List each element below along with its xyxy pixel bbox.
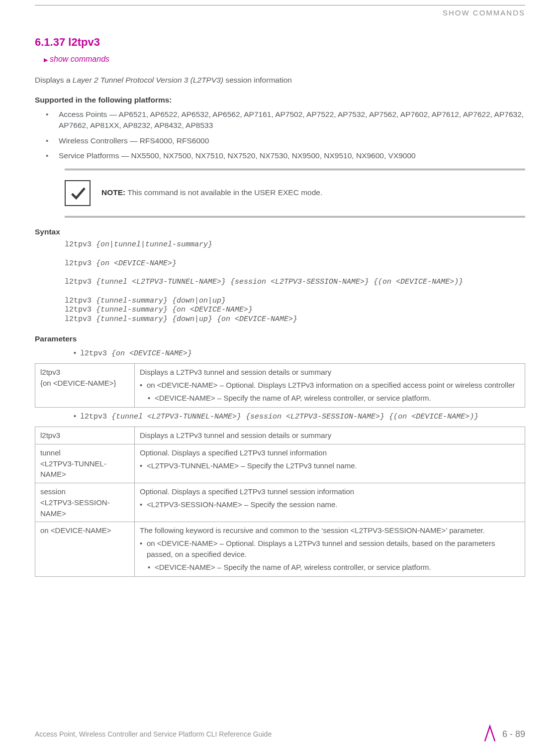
cell: The following keyword is recursive and c… xyxy=(135,522,525,577)
table-row: tunnel <L2TPV3-TUNNEL-NAME> Optional. Di… xyxy=(35,444,525,483)
note-rule-top xyxy=(65,169,525,170)
list-item: <L2TPV3-TUNNEL-NAME> – Specify the L2TPv… xyxy=(147,460,520,471)
cell: l2tpv3 {on <DEVICE-NAME>} xyxy=(35,364,135,408)
code-cmd: l2tpv3 xyxy=(65,259,96,268)
cell: Displays a L2TPv3 tunnel and session det… xyxy=(135,364,525,408)
intro-italic: Layer 2 Tunnel Protocol Version 3 (L2TPV… xyxy=(73,76,223,84)
intro-suffix: session information xyxy=(223,76,292,84)
breadcrumb-label: show commands xyxy=(50,55,109,63)
cell-head: Optional. Displays a specified L2TPv3 tu… xyxy=(140,447,520,458)
check-icon xyxy=(65,180,91,206)
param-table-2: l2tpv3 Displays a L2TPv3 tunnel and sess… xyxy=(35,427,525,577)
supported-heading: Supported in the following platforms: xyxy=(35,95,525,106)
cell-line: l2tpv3 xyxy=(40,367,129,378)
platforms-list: Access Points — AP6521, AP6522, AP6532, … xyxy=(35,109,525,162)
running-header: SHOW COMMANDS xyxy=(35,5,525,34)
section-heading: 6.1.37 l2tpv3 xyxy=(35,34,525,50)
parameters-heading: Parameters xyxy=(35,333,525,344)
breadcrumb[interactable]: ▶show commands xyxy=(44,53,525,65)
list-item: Wireless Controllers — RFS4000, RFS6000 xyxy=(59,135,525,146)
cell: Optional. Displays a specified L2TPv3 tu… xyxy=(135,483,525,522)
code-cmd: l2tpv3 xyxy=(80,349,111,358)
list-item: on <DEVICE-NAME> – Optional. Displays L2… xyxy=(147,380,520,404)
cell: tunnel <L2TPV3-TUNNEL-NAME> xyxy=(35,444,135,483)
section-number: 6.1.37 xyxy=(35,36,65,48)
section-title: l2tpv3 xyxy=(68,36,100,48)
page-number: 6 - 89 xyxy=(502,728,525,741)
code-arg: {on <DEVICE-NAME>} xyxy=(111,349,192,358)
param-table-1: l2tpv3 {on <DEVICE-NAME>} Displays a L2T… xyxy=(35,363,525,408)
bullet-text: on <DEVICE-NAME> – Optional. Displays a … xyxy=(147,539,495,558)
table-row: session <L2TPV3-SESSION-NAME> Optional. … xyxy=(35,483,525,522)
code-arg: {on <DEVICE-NAME>} xyxy=(96,259,177,268)
list-item: on <DEVICE-NAME> – Optional. Displays a … xyxy=(147,538,520,572)
list-item: Access Points — AP6521, AP6522, AP6532, … xyxy=(59,109,525,131)
note-body: This command is not available in the USE… xyxy=(125,188,322,197)
cell-head: Displays a L2TPv3 tunnel and session det… xyxy=(140,367,520,378)
triangle-icon: ▶ xyxy=(44,57,48,63)
cell-line: {on <DEVICE-NAME>} xyxy=(40,378,129,389)
code-cmd: l2tpv3 xyxy=(65,297,96,305)
code-cmd: l2tpv3 xyxy=(80,413,111,421)
note-block: NOTE: This command is not available in t… xyxy=(65,169,525,217)
cell: session <L2TPV3-SESSION-NAME> xyxy=(35,483,135,522)
cell: Displays a L2TPv3 tunnel and session det… xyxy=(135,427,525,444)
syntax-heading: Syntax xyxy=(35,226,525,237)
bullet-text: on <DEVICE-NAME> – Optional. Displays L2… xyxy=(147,381,515,389)
cell-line: <L2TPV3-TUNNEL-NAME> xyxy=(40,458,129,480)
param-intro-2: •l2tpv3 {tunnel <L2TPV3-TUNNEL-NAME>} {s… xyxy=(73,412,525,423)
cell-line: tunnel xyxy=(40,447,129,458)
cell: l2tpv3 xyxy=(35,427,135,444)
code-cmd: l2tpv3 xyxy=(65,278,96,286)
cell-head: The following keyword is recursive and c… xyxy=(140,525,520,536)
list-item: <DEVICE-NAME> – Specify the name of AP, … xyxy=(155,562,520,573)
note-label: NOTE: xyxy=(101,188,125,197)
code-cmd: l2tpv3 xyxy=(65,306,96,314)
cell: Optional. Displays a specified L2TPv3 tu… xyxy=(135,444,525,483)
table-row: l2tpv3 Displays a L2TPv3 tunnel and sess… xyxy=(35,427,525,444)
brand-icon xyxy=(483,724,496,745)
note-rule-bottom xyxy=(65,216,525,217)
cell-line: <L2TPV3-SESSION-NAME> xyxy=(40,497,129,519)
footer-title: Access Point, Wireless Controller and Se… xyxy=(35,729,272,739)
table-row: on <DEVICE-NAME> The following keyword i… xyxy=(35,522,525,577)
code-arg: {tunnel <L2TPV3-TUNNEL-NAME>} {session <… xyxy=(111,413,478,421)
page-footer: Access Point, Wireless Controller and Se… xyxy=(35,724,525,745)
cell-head: Optional. Displays a specified L2TPv3 tu… xyxy=(140,486,520,497)
code-arg: {tunnel-summary} {on <DEVICE-NAME>} xyxy=(96,306,253,314)
note-text: NOTE: This command is not available in t… xyxy=(101,187,322,198)
code-cmd: l2tpv3 xyxy=(65,315,96,323)
syntax-block: l2tpv3 {on|tunnel|tunnel-summary} l2tpv3… xyxy=(65,240,525,324)
table-row: l2tpv3 {on <DEVICE-NAME>} Displays a L2T… xyxy=(35,364,525,408)
list-item: <DEVICE-NAME> – Specify the name of AP, … xyxy=(155,393,520,404)
code-arg: {tunnel-summary} {down|up} {on <DEVICE-N… xyxy=(96,315,297,323)
list-item: <L2TPV3-SESSION-NAME> – Specify the sess… xyxy=(147,499,520,510)
cell-line: session xyxy=(40,486,129,497)
code-arg: {tunnel <L2TPV3-TUNNEL-NAME>} {session <… xyxy=(96,278,463,286)
list-item: Service Platforms — NX5500, NX7500, NX75… xyxy=(59,150,525,161)
cell: on <DEVICE-NAME> xyxy=(35,522,135,577)
code-arg: {on|tunnel|tunnel-summary} xyxy=(96,240,212,249)
code-arg: {tunnel-summary} {down|on|up} xyxy=(96,297,226,305)
code-cmd: l2tpv3 xyxy=(65,240,96,249)
param-intro-1: •l2tpv3 {on <DEVICE-NAME>} xyxy=(73,348,525,359)
intro-prefix: Displays a xyxy=(35,76,73,84)
intro-paragraph: Displays a Layer 2 Tunnel Protocol Versi… xyxy=(35,75,525,86)
